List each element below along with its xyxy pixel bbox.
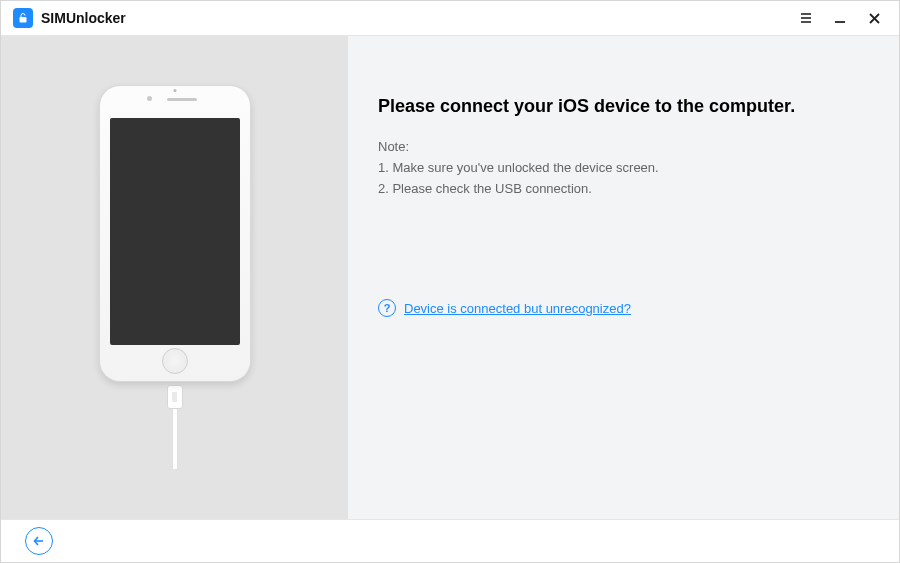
bottom-bar — [1, 519, 899, 562]
device-illustration-pane — [1, 36, 348, 519]
help-link[interactable]: Device is connected but unrecognized? — [404, 301, 631, 316]
menu-button[interactable] — [789, 1, 823, 35]
phone-illustration — [100, 86, 250, 469]
close-button[interactable] — [857, 1, 891, 35]
app-window: SIMUnlocker Please connect y — [0, 0, 900, 563]
content-area: Please connect your iOS device to the co… — [1, 36, 899, 519]
close-icon — [868, 12, 881, 25]
cable-plug-icon — [167, 385, 183, 409]
arrow-left-icon — [32, 534, 46, 548]
note-line-2: 2. Please check the USB connection. — [378, 179, 869, 200]
app-title: SIMUnlocker — [41, 10, 126, 26]
note-label: Note: — [378, 137, 869, 158]
back-button[interactable] — [25, 527, 53, 555]
title-bar: SIMUnlocker — [1, 1, 899, 36]
note-line-1: 1. Make sure you've unlocked the device … — [378, 158, 869, 179]
notes-block: Note: 1. Make sure you've unlocked the d… — [378, 137, 869, 199]
help-icon: ? — [378, 299, 396, 317]
cable-icon — [172, 409, 178, 469]
page-heading: Please connect your iOS device to the co… — [378, 96, 869, 117]
svg-rect-0 — [20, 17, 27, 23]
minimize-icon — [833, 11, 847, 25]
app-logo-icon — [13, 8, 33, 28]
minimize-button[interactable] — [823, 1, 857, 35]
instruction-pane: Please connect your iOS device to the co… — [348, 36, 899, 519]
help-row: ? Device is connected but unrecognized? — [378, 299, 869, 317]
menu-icon — [799, 11, 813, 25]
